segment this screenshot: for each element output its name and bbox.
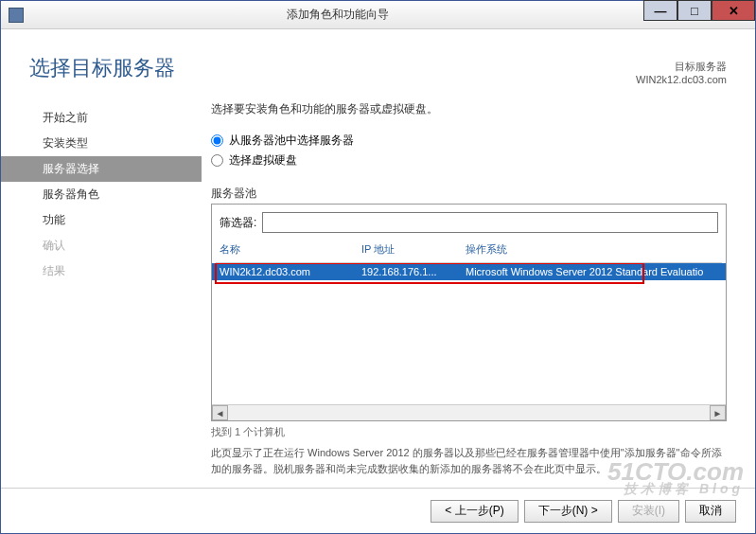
window-controls: — □ ✕ [643,1,755,28]
horizontal-scrollbar[interactable]: ◄ ► [212,404,726,420]
scroll-left-icon[interactable]: ◄ [212,405,228,420]
app-icon [9,8,24,23]
nav-confirm: 确认 [1,233,202,258]
filter-label: 筛选器: [220,215,256,231]
titlebar: 添加角色和功能向导 — □ ✕ [1,1,755,29]
install-button: 安装(I) [618,500,679,523]
server-table-body: WIN2k12.dc03.com 192.168.176.1... Micros… [212,263,726,404]
col-header-name[interactable]: 名称 [220,242,361,257]
info-text: 此页显示了正在运行 Windows Server 2012 的服务器以及那些已经… [211,445,727,476]
cancel-button[interactable]: 取消 [685,500,736,523]
radio-server-pool[interactable]: 从服务器池中选择服务器 [211,133,727,149]
server-name: WIN2k12.dc03.com [220,266,361,277]
server-os: Microsoft Windows Server 2012 Standard E… [466,266,718,277]
page-title: 选择目标服务器 [29,54,202,82]
found-count: 找到 1 个计算机 [211,425,727,439]
destination-label: 目标服务器 [636,60,727,74]
instruction-text: 选择要安装角色和功能的服务器或虚拟硬盘。 [211,101,727,117]
wizard-nav: 开始之前 安装类型 服务器选择 服务器角色 功能 确认 结果 [1,105,202,284]
nav-results: 结果 [1,258,202,284]
server-ip: 192.168.176.1... [361,266,466,277]
radio-server-pool-label: 从服务器池中选择服务器 [229,133,354,149]
server-row[interactable]: WIN2k12.dc03.com 192.168.176.1... Micros… [212,263,726,280]
close-button[interactable]: ✕ [712,0,755,21]
maximize-button[interactable]: □ [677,0,712,21]
column-headers: 名称 IP 地址 操作系统 [212,240,726,262]
minimize-button[interactable]: — [643,0,677,21]
wizard-footer: < 上一步(P) 下一步(N) > 安装(I) 取消 [1,488,755,533]
scroll-right-icon[interactable]: ► [710,405,726,420]
server-pool-box: 筛选器: 名称 IP 地址 操作系统 WIN2k12.dc03.com 192.… [211,204,727,421]
nav-before-begin[interactable]: 开始之前 [1,105,202,131]
server-pool-label: 服务器池 [211,186,727,202]
nav-server-selection[interactable]: 服务器选择 [1,156,202,182]
destination-info: 目标服务器 WIN2k12.dc03.com [636,60,727,85]
next-button[interactable]: 下一步(N) > [524,500,612,523]
wizard-window: 添加角色和功能向导 — □ ✕ 选择目标服务器 开始之前 安装类型 服务器选择 … [0,0,756,534]
nav-server-roles[interactable]: 服务器角色 [1,182,202,207]
nav-install-type[interactable]: 安装类型 [1,131,202,156]
col-header-os[interactable]: 操作系统 [466,242,718,257]
prev-button[interactable]: < 上一步(P) [431,500,518,523]
right-column: 目标服务器 WIN2k12.dc03.com 选择要安装角色和功能的服务器或虚拟… [202,35,755,488]
radio-vhd-input[interactable] [211,154,223,167]
filter-row: 筛选器: [212,205,726,240]
left-column: 选择目标服务器 开始之前 安装类型 服务器选择 服务器角色 功能 确认 结果 [1,35,202,488]
selection-mode-group: 从服务器池中选择服务器 选择虚拟硬盘 [211,133,727,169]
scroll-track[interactable] [228,405,710,420]
radio-server-pool-input[interactable] [211,134,223,147]
nav-features[interactable]: 功能 [1,207,202,233]
radio-vhd[interactable]: 选择虚拟硬盘 [211,152,727,169]
window-title: 添加角色和功能向导 [31,7,643,23]
destination-server: WIN2k12.dc03.com [636,74,727,85]
filter-input[interactable] [262,212,718,233]
col-header-ip[interactable]: IP 地址 [361,242,466,257]
content-area: 选择目标服务器 开始之前 安装类型 服务器选择 服务器角色 功能 确认 结果 目… [1,29,755,488]
radio-vhd-label: 选择虚拟硬盘 [229,152,297,169]
